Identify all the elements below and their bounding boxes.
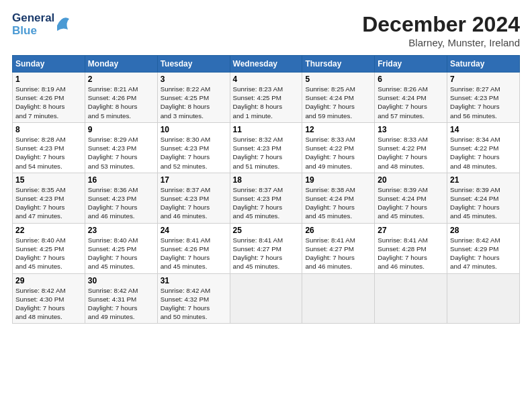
logo: General Blue [12,12,71,38]
day-number: 4 [233,75,300,84]
weekday-header-wednesday: Wednesday [230,56,302,73]
calendar-cell [230,273,302,324]
day-info: Sunrise: 8:35 AMSunset: 4:23 PMDaylight:… [15,185,82,221]
day-info: Sunrise: 8:37 AMSunset: 4:23 PMDaylight:… [233,185,300,221]
day-info: Sunrise: 8:41 AMSunset: 4:26 PMDaylight:… [161,236,227,271]
day-info: Sunrise: 8:27 AMSunset: 4:23 PMDaylight:… [450,85,517,120]
calendar-cell [302,273,375,324]
calendar-cell: 16Sunrise: 8:36 AMSunset: 4:23 PMDayligh… [85,173,157,223]
calendar-week-4: 22Sunrise: 8:40 AMSunset: 4:25 PMDayligh… [13,223,520,273]
logo-blue: Blue [12,25,54,38]
day-number: 3 [161,75,227,84]
day-info: Sunrise: 8:38 AMSunset: 4:24 PMDaylight:… [305,185,371,221]
calendar-cell [375,273,447,324]
calendar-cell: 21Sunrise: 8:39 AMSunset: 4:24 PMDayligh… [447,173,520,223]
day-number: 13 [378,125,444,134]
day-info: Sunrise: 8:33 AMSunset: 4:22 PMDaylight:… [305,135,371,171]
day-number: 6 [378,75,444,84]
calendar-cell: 18Sunrise: 8:37 AMSunset: 4:23 PMDayligh… [230,173,302,223]
day-info: Sunrise: 8:36 AMSunset: 4:23 PMDaylight:… [88,185,154,221]
day-number: 7 [450,75,517,84]
day-number: 12 [305,125,371,134]
day-number: 22 [15,226,82,235]
calendar-cell: 30Sunrise: 8:42 AMSunset: 4:31 PMDayligh… [85,273,157,324]
day-number: 19 [305,175,371,185]
logo-text-group: General Blue [12,12,71,38]
day-info: Sunrise: 8:28 AMSunset: 4:23 PMDaylight:… [15,135,82,171]
calendar-cell: 5Sunrise: 8:25 AMSunset: 4:24 PMDaylight… [302,73,375,123]
day-number: 11 [233,125,300,134]
calendar-cell: 10Sunrise: 8:30 AMSunset: 4:23 PMDayligh… [157,122,230,173]
month-title: December 2024 [362,12,520,37]
day-info: Sunrise: 8:22 AMSunset: 4:25 PMDaylight:… [161,85,227,120]
calendar-cell: 8Sunrise: 8:28 AMSunset: 4:23 PMDaylight… [13,122,85,173]
calendar-cell: 22Sunrise: 8:40 AMSunset: 4:25 PMDayligh… [13,223,85,273]
calendar-cell: 17Sunrise: 8:37 AMSunset: 4:23 PMDayligh… [157,173,230,223]
day-info: Sunrise: 8:34 AMSunset: 4:22 PMDaylight:… [450,135,517,171]
calendar-cell: 13Sunrise: 8:33 AMSunset: 4:22 PMDayligh… [375,122,447,173]
day-number: 2 [88,75,154,84]
weekday-header-tuesday: Tuesday [157,56,230,73]
day-number: 29 [15,276,82,285]
day-info: Sunrise: 8:37 AMSunset: 4:23 PMDaylight:… [161,185,227,221]
calendar-cell: 25Sunrise: 8:41 AMSunset: 4:27 PMDayligh… [230,223,302,273]
day-info: Sunrise: 8:41 AMSunset: 4:27 PMDaylight:… [305,236,371,271]
day-info: Sunrise: 8:42 AMSunset: 4:32 PMDaylight:… [161,286,227,322]
day-number: 10 [161,125,227,134]
day-info: Sunrise: 8:19 AMSunset: 4:26 PMDaylight:… [15,85,82,120]
day-info: Sunrise: 8:29 AMSunset: 4:23 PMDaylight:… [88,135,154,171]
logo-words: General Blue [12,12,54,37]
day-info: Sunrise: 8:30 AMSunset: 4:23 PMDaylight:… [161,135,227,171]
calendar-cell: 14Sunrise: 8:34 AMSunset: 4:22 PMDayligh… [447,122,520,173]
day-number: 24 [161,226,227,235]
day-number: 14 [450,125,517,134]
day-number: 1 [15,75,82,84]
day-number: 15 [15,175,82,185]
day-info: Sunrise: 8:39 AMSunset: 4:24 PMDaylight:… [450,185,517,221]
day-number: 16 [88,175,154,185]
calendar-cell: 27Sunrise: 8:41 AMSunset: 4:28 PMDayligh… [375,223,447,273]
day-number: 23 [88,226,154,235]
day-number: 9 [88,125,154,134]
calendar-cell: 20Sunrise: 8:39 AMSunset: 4:24 PMDayligh… [375,173,447,223]
calendar-cell: 19Sunrise: 8:38 AMSunset: 4:24 PMDayligh… [302,173,375,223]
calendar-cell: 15Sunrise: 8:35 AMSunset: 4:23 PMDayligh… [13,173,85,223]
day-number: 17 [161,175,227,185]
day-info: Sunrise: 8:39 AMSunset: 4:24 PMDaylight:… [378,185,444,221]
calendar-week-2: 8Sunrise: 8:28 AMSunset: 4:23 PMDaylight… [13,122,520,173]
title-block: December 2024 Blarney, Munster, Ireland [362,12,520,48]
logo-general: General [12,12,54,25]
day-number: 8 [15,125,82,134]
calendar-cell: 9Sunrise: 8:29 AMSunset: 4:23 PMDaylight… [85,122,157,173]
calendar: SundayMondayTuesdayWednesdayThursdayFrid… [12,55,520,324]
calendar-cell: 23Sunrise: 8:40 AMSunset: 4:25 PMDayligh… [85,223,157,273]
day-info: Sunrise: 8:42 AMSunset: 4:30 PMDaylight:… [15,286,82,322]
logo-bird-icon [56,12,71,38]
day-info: Sunrise: 8:21 AMSunset: 4:26 PMDaylight:… [88,85,154,120]
day-info: Sunrise: 8:42 AMSunset: 4:29 PMDaylight:… [450,236,517,271]
calendar-cell: 4Sunrise: 8:23 AMSunset: 4:25 PMDaylight… [230,73,302,123]
page: General Blue December 2024 Blarney, Muns… [0,0,532,411]
day-number: 26 [305,226,371,235]
day-info: Sunrise: 8:23 AMSunset: 4:25 PMDaylight:… [233,85,300,120]
location: Blarney, Munster, Ireland [362,37,520,48]
day-info: Sunrise: 8:25 AMSunset: 4:24 PMDaylight:… [305,85,371,120]
day-number: 28 [450,226,517,235]
day-info: Sunrise: 8:42 AMSunset: 4:31 PMDaylight:… [88,286,154,322]
day-number: 18 [233,175,300,185]
weekday-header-friday: Friday [375,56,447,73]
calendar-cell: 28Sunrise: 8:42 AMSunset: 4:29 PMDayligh… [447,223,520,273]
calendar-cell: 29Sunrise: 8:42 AMSunset: 4:30 PMDayligh… [13,273,85,324]
day-number: 25 [233,226,300,235]
weekday-header-thursday: Thursday [302,56,375,73]
calendar-cell: 7Sunrise: 8:27 AMSunset: 4:23 PMDaylight… [447,73,520,123]
day-info: Sunrise: 8:40 AMSunset: 4:25 PMDaylight:… [88,236,154,271]
calendar-cell: 26Sunrise: 8:41 AMSunset: 4:27 PMDayligh… [302,223,375,273]
day-info: Sunrise: 8:41 AMSunset: 4:27 PMDaylight:… [233,236,300,271]
day-info: Sunrise: 8:26 AMSunset: 4:24 PMDaylight:… [378,85,444,120]
weekday-header-monday: Monday [85,56,157,73]
calendar-cell [447,273,520,324]
calendar-week-5: 29Sunrise: 8:42 AMSunset: 4:30 PMDayligh… [13,273,520,324]
weekday-header-row: SundayMondayTuesdayWednesdayThursdayFrid… [13,56,520,73]
day-number: 20 [378,175,444,185]
